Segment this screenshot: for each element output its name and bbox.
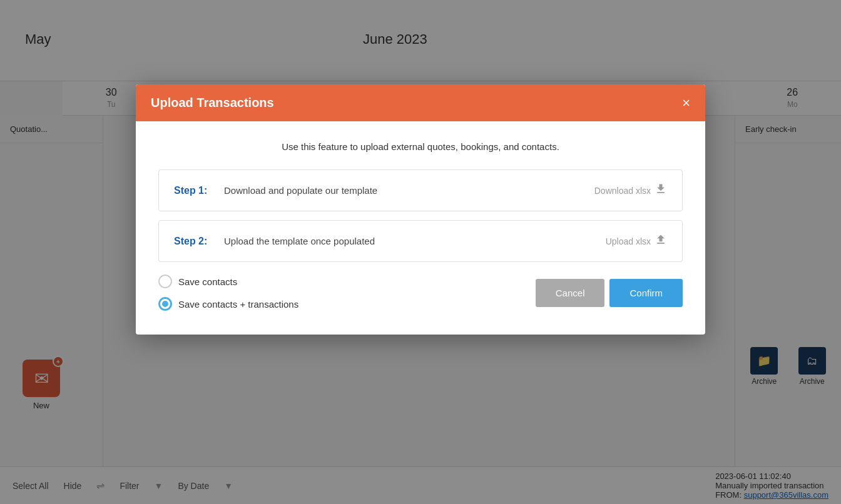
modal-footer: Save contacts Save contacts + transactio…: [158, 275, 683, 316]
download-xlsx-label: Download xlsx: [594, 186, 651, 196]
step1-label: Step 1:: [174, 185, 224, 196]
modal-action-buttons: Cancel Confirm: [536, 279, 683, 307]
step2-text: Upload the template once populated: [224, 236, 606, 246]
confirm-button[interactable]: Confirm: [609, 279, 683, 307]
modal-close-button[interactable]: ×: [682, 96, 690, 110]
step2-label: Step 2:: [174, 236, 224, 247]
upload-xlsx-button[interactable]: Upload xlsx: [606, 233, 667, 249]
radio1-label: Save contacts: [178, 276, 237, 287]
radio2-label: Save contacts + transactions: [178, 299, 298, 310]
radio-save-contacts-transactions[interactable]: Save contacts + transactions: [158, 297, 536, 311]
radio-circle-1: [158, 275, 172, 288]
download-icon: [655, 183, 667, 198]
step1-text: Download and populate our template: [224, 185, 594, 196]
upload-icon: [655, 233, 667, 249]
upload-transactions-modal: Upload Transactions × Use this feature t…: [136, 84, 705, 335]
radio-save-contacts[interactable]: Save contacts: [158, 275, 536, 288]
radio-group: Save contacts Save contacts + transactio…: [158, 275, 536, 311]
modal-header: Upload Transactions ×: [136, 84, 705, 121]
step2-box: Step 2: Upload the template once populat…: [158, 220, 683, 262]
modal-body: Use this feature to upload external quot…: [136, 121, 705, 335]
step1-box: Step 1: Download and populate our templa…: [158, 169, 683, 211]
upload-xlsx-label: Upload xlsx: [606, 236, 651, 246]
modal-title: Upload Transactions: [151, 96, 274, 110]
modal-description: Use this feature to upload external quot…: [158, 141, 683, 152]
cancel-button[interactable]: Cancel: [536, 279, 605, 307]
download-xlsx-button[interactable]: Download xlsx: [594, 183, 667, 198]
radio-circle-2: [158, 297, 172, 311]
